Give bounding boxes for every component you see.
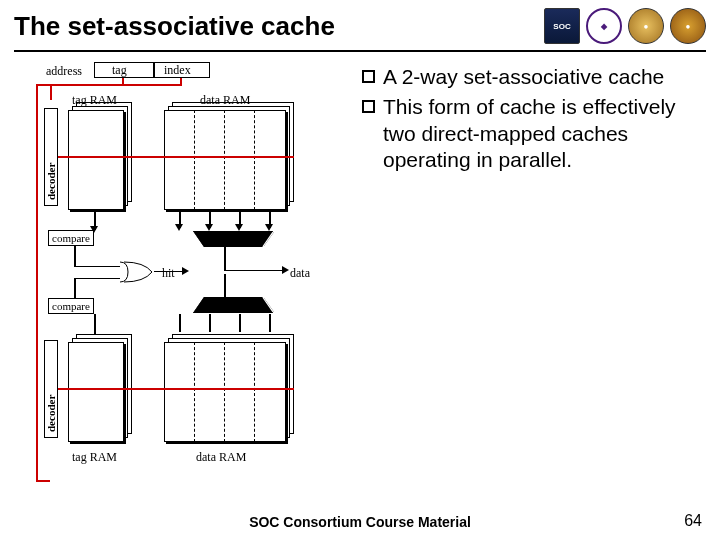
index-label: index — [164, 63, 191, 78]
bullet-text: A 2-way set-associative cache — [383, 64, 664, 90]
footer-text: SOC Consortium Course Material — [0, 514, 720, 530]
hit-label: hit — [162, 266, 175, 281]
university-logo-2-icon: ● — [670, 8, 706, 44]
bullet-list: A 2-way set-associative cache This form … — [362, 60, 706, 490]
compare-0: compare — [48, 230, 94, 246]
cache-diagram: address tag index decoder — [14, 60, 344, 490]
bullet-icon — [362, 70, 375, 83]
mux-0-label: mux — [210, 231, 230, 243]
page-title: The set-associative cache — [14, 11, 335, 42]
selected-row-0 — [58, 156, 294, 158]
page-number: 64 — [684, 512, 702, 530]
bullet-text: This form of cache is effectively two di… — [383, 94, 706, 173]
decoder-1-label: decoder — [45, 395, 57, 432]
mux-0 — [194, 232, 274, 246]
bullet-item: This form of cache is effectively two di… — [362, 94, 706, 173]
data-ram-0-label: data RAM — [200, 93, 250, 108]
mux-1-label: mux — [210, 299, 230, 311]
data-out-label: data — [290, 266, 310, 281]
hit-gate — [118, 260, 148, 280]
mux-1 — [194, 298, 274, 312]
compare-1: compare — [48, 298, 94, 314]
selected-row-1 — [58, 388, 294, 390]
logo-row: SOC ◆ ● ● — [544, 8, 706, 44]
soc-logo-icon: SOC — [544, 8, 580, 44]
address-label: address — [46, 64, 82, 79]
tag-ram-0-label: tag RAM — [72, 93, 117, 108]
partner-logo-icon: ◆ — [586, 8, 622, 44]
data-ram-1-label: data RAM — [196, 450, 246, 465]
bullet-icon — [362, 100, 375, 113]
university-logo-1-icon: ● — [628, 8, 664, 44]
decoder-0-label: decoder — [45, 163, 57, 200]
tag-ram-1-label: tag RAM — [72, 450, 117, 465]
bullet-item: A 2-way set-associative cache — [362, 64, 706, 90]
tag-label: tag — [112, 63, 127, 78]
